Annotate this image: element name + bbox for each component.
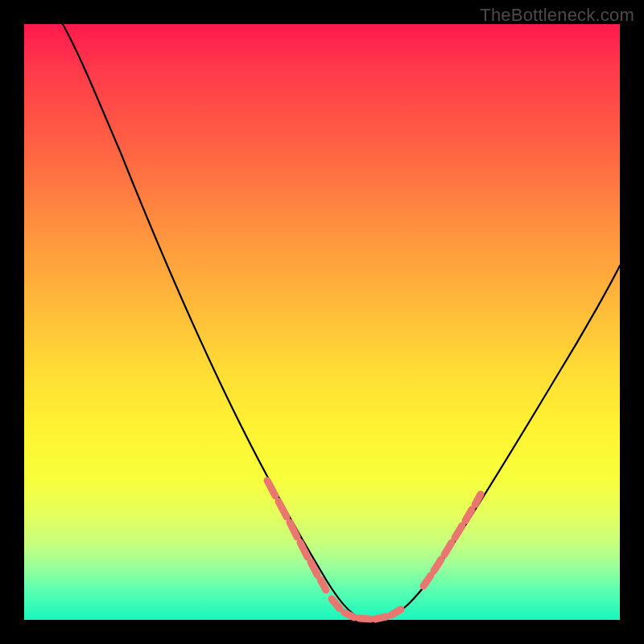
highlight-seg [359,618,370,619]
watermark-text: TheBottleneck.com [480,5,634,26]
highlight-seg [375,617,386,619]
highlight-seg [279,502,287,517]
bottleneck-curve [63,24,620,620]
highlight-seg [267,481,275,496]
highlight-seg [444,543,452,555]
highlight-seg [332,599,340,609]
highlight-seg [391,609,401,615]
highlight-seg [423,576,431,586]
highlight-seg [345,613,354,617]
highlight-seg [475,494,481,505]
highlight-seg [465,510,472,521]
chart-frame: TheBottleneck.com [0,0,644,644]
curve-svg [24,24,620,620]
highlight-seg [455,526,462,538]
highlight-seg [290,522,297,537]
plot-area [24,24,620,620]
highlight-seg [434,559,441,571]
highlight-seg [320,580,326,590]
